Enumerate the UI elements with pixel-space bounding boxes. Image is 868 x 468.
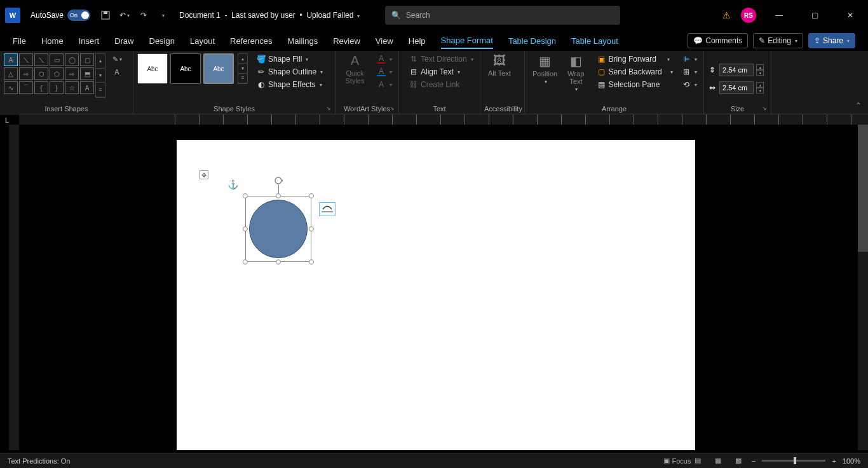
web-layout-icon[interactable]: ▩ <box>731 455 745 467</box>
shape-callout-icon[interactable]: ⬒ <box>80 67 94 80</box>
style-down-icon[interactable]: ▾ <box>238 64 247 73</box>
width-up-icon[interactable]: ▴ <box>756 82 764 88</box>
undo-icon[interactable]: ↶▾ <box>118 9 131 22</box>
gallery-more-icon[interactable]: ≡ <box>96 83 105 97</box>
resize-handle-ne[interactable] <box>309 193 314 198</box>
shape-arc-icon[interactable]: ⌒ <box>19 81 33 94</box>
move-handle-icon[interactable]: ✥ <box>200 170 208 179</box>
send-backward-button[interactable]: ▢ Send Backward ▾ <box>595 66 675 78</box>
resize-handle-nw[interactable] <box>243 193 248 198</box>
tab-view[interactable]: View <box>376 34 393 48</box>
tab-references[interactable]: References <box>230 34 272 48</box>
position-button[interactable]: ▦ Position▾ <box>529 53 561 85</box>
style-preset-1[interactable]: Abc <box>137 53 168 84</box>
maximize-button[interactable]: ▢ <box>802 5 827 25</box>
tab-mailings[interactable]: Mailings <box>288 34 318 48</box>
selected-shape[interactable] <box>245 196 311 262</box>
tab-table-design[interactable]: Table Design <box>508 34 556 48</box>
shape-brace-icon[interactable]: { <box>34 81 48 94</box>
search-box[interactable]: 🔍 Search <box>385 6 620 25</box>
close-button[interactable]: ✕ <box>837 5 863 25</box>
text-predictions-status[interactable]: Text Predictions: On <box>8 457 70 465</box>
document-title[interactable]: Document 1 - Last saved by user • Upload… <box>179 11 360 20</box>
print-layout-icon[interactable]: ▦ <box>711 455 725 467</box>
draw-textbox-icon[interactable]: A <box>111 66 123 78</box>
rotation-handle-icon[interactable] <box>273 176 283 186</box>
editing-button[interactable]: ✎ Editing ▾ <box>753 33 803 48</box>
zoom-level[interactable]: 100% <box>843 457 860 465</box>
shape-arrow-icon[interactable]: ⇨ <box>19 67 33 80</box>
gallery-down-icon[interactable]: ▾ <box>96 69 105 83</box>
read-mode-icon[interactable]: ▤ <box>691 455 705 467</box>
zoom-in-button[interactable]: + <box>832 457 836 465</box>
shape-styles-launcher-icon[interactable]: ↘ <box>326 105 332 111</box>
tab-layout[interactable]: Layout <box>190 34 215 48</box>
toggle-switch[interactable]: On <box>67 10 90 21</box>
resize-handle-se[interactable] <box>309 259 314 265</box>
redo-icon[interactable]: ↷ <box>137 9 150 22</box>
wordart-launcher-icon[interactable]: ↘ <box>390 105 396 111</box>
style-preset-2[interactable]: Abc <box>170 53 201 84</box>
tab-file[interactable]: File <box>13 34 26 48</box>
shape-brace2-icon[interactable]: } <box>50 81 64 94</box>
resize-handle-sw[interactable] <box>243 259 248 265</box>
height-down-icon[interactable]: ▾ <box>756 70 764 76</box>
collapse-ribbon-icon[interactable]: ⌃ <box>855 101 862 110</box>
tab-shape-format[interactable]: Shape Format <box>441 33 493 49</box>
style-gallery[interactable]: Abc Abc Abc ▴ ▾ ≡ <box>137 53 248 84</box>
wrap-text-button[interactable]: ◧ Wrap Text▾ <box>564 53 588 92</box>
layout-options-button[interactable] <box>319 202 336 216</box>
shape-star2-icon[interactable]: ☆ <box>65 81 79 94</box>
warning-icon[interactable]: ⚠ <box>722 10 731 20</box>
shape-line2-icon[interactable]: ＼ <box>34 53 48 66</box>
tab-design[interactable]: Design <box>149 34 175 48</box>
vertical-scrollbar[interactable] <box>858 125 868 450</box>
vertical-ruler[interactable] <box>9 125 19 450</box>
shape-hex-icon[interactable]: ⬡ <box>34 67 48 80</box>
shape-textbox2-icon[interactable]: A <box>80 81 94 94</box>
document-area[interactable]: ✥ ⚓ <box>19 125 868 450</box>
scrollbar-thumb[interactable] <box>858 125 868 252</box>
shape-star-icon[interactable]: ⬠ <box>50 67 64 80</box>
zoom-out-button[interactable]: − <box>752 457 756 465</box>
gallery-up-icon[interactable]: ▴ <box>96 54 105 69</box>
autosave-toggle[interactable]: AutoSave On <box>31 10 90 21</box>
share-button[interactable]: ⇪ Share ▾ <box>808 33 855 48</box>
resize-handle-n[interactable] <box>276 193 281 198</box>
style-preset-3[interactable]: Abc <box>203 53 234 84</box>
shape-oval-icon[interactable]: ◯ <box>65 53 79 66</box>
tab-home[interactable]: Home <box>41 34 64 48</box>
qat-more-icon[interactable]: ▾ <box>156 9 169 22</box>
save-icon[interactable] <box>99 9 112 22</box>
height-input[interactable] <box>719 64 754 76</box>
page[interactable]: ✥ ⚓ <box>177 140 695 450</box>
edit-shape-icon[interactable]: ✎▾ <box>111 53 123 65</box>
width-down-icon[interactable]: ▾ <box>756 88 764 93</box>
shapes-gallery[interactable]: A ＼ ＼ ▭ ◯ ▢ △ ⇨ ⬡ ⬠ ⇨ ⬒ ∿ ⌒ { } ☆ <box>4 53 105 98</box>
horizontal-ruler[interactable] <box>19 114 868 125</box>
size-launcher-icon[interactable]: ↘ <box>762 105 768 111</box>
tab-review[interactable]: Review <box>333 34 360 48</box>
selection-pane-button[interactable]: ▤ Selection Pane <box>595 79 675 90</box>
shape-line-icon[interactable]: ＼ <box>19 53 33 66</box>
resize-handle-s[interactable] <box>276 259 281 265</box>
zoom-thumb[interactable] <box>794 457 796 464</box>
anchor-icon[interactable]: ⚓ <box>227 179 238 189</box>
bring-forward-button[interactable]: ▣ Bring Forward ▾ <box>595 53 675 65</box>
shape-curve-icon[interactable]: ∿ <box>4 81 18 94</box>
resize-handle-e[interactable] <box>309 226 314 231</box>
shape-effects-button[interactable]: ◐ Shape Effects▾ <box>254 79 325 90</box>
shape-rect-icon[interactable]: ▭ <box>50 53 64 66</box>
shape-fill-button[interactable]: 🪣 Shape Fill▾ <box>254 53 325 65</box>
rotate-button[interactable]: ⟲▾ <box>679 79 700 90</box>
group-button[interactable]: ⊞▾ <box>679 66 700 78</box>
shape-arrow2-icon[interactable]: ⇨ <box>65 67 79 80</box>
focus-button[interactable]: ▣ Focus <box>670 455 684 467</box>
tab-draw[interactable]: Draw <box>114 34 133 48</box>
width-input[interactable] <box>719 81 754 94</box>
comments-button[interactable]: 💬 Comments <box>688 33 748 48</box>
tab-table-layout[interactable]: Table Layout <box>571 34 618 48</box>
shape-outline-button[interactable]: ✏ Shape Outline▾ <box>254 66 325 78</box>
zoom-slider[interactable] <box>762 460 825 462</box>
alt-text-button[interactable]: 🖼 Alt Text <box>484 53 515 77</box>
